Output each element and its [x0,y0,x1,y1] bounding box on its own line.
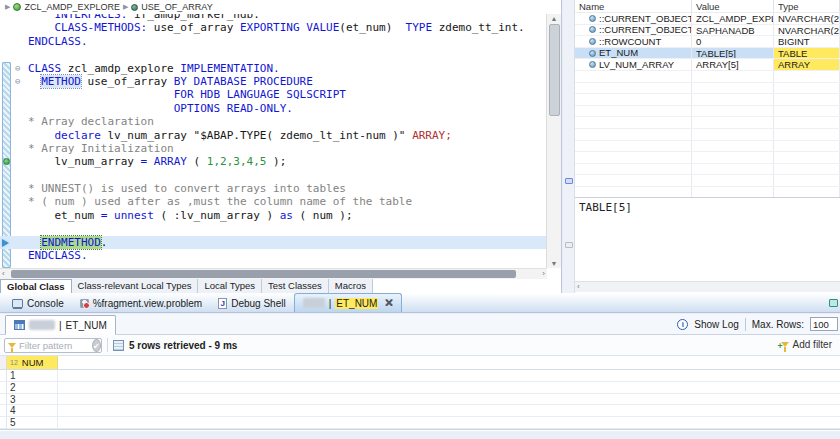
line-gutter[interactable] [0,48,28,61]
variables-horizontal-scrollbar[interactable]: ‹ [575,281,840,292]
column-header-value[interactable]: Value [692,0,774,12]
editor-tab-class-relevant-local-types[interactable]: Class-relevant Local Types [72,279,199,293]
column-header-type[interactable]: Type [774,0,840,12]
line-gutter[interactable] [0,169,28,182]
code-line: ENDCLASS. [0,35,547,48]
editor-tab-test-classes[interactable]: Test Classes [262,279,329,293]
line-gutter[interactable] [0,102,28,115]
code-editor[interactable]: INTERFACES: if_amdp_marker_hdb. CLASS-ME… [0,14,547,268]
result-row[interactable]: 1 [0,370,840,382]
add-filter-icon [781,342,789,347]
variable-row[interactable]: LV_NUM_ARRAYARRAY[5]ARRAY [575,59,840,71]
line-gutter[interactable] [0,155,28,168]
data-preview-toolbar: ✔ 5 rows retrieved - 9 ms Add filter [0,335,840,356]
editor-tab-macros[interactable]: Macros [329,279,373,293]
restore-icon[interactable] [829,299,838,307]
line-gutter[interactable]: ⊖ [0,75,28,88]
breadcrumb-class[interactable]: ZCL_AMDP_EXPLORE [24,2,120,12]
chevron-right-icon[interactable]: ▶ [5,3,10,11]
tab-data-preview-active[interactable]: | ET_NUM 🗙 [294,293,403,312]
scroll-left-icon[interactable]: ‹ [2,269,5,279]
tab-label: Console [27,298,64,309]
editor-horizontal-scrollbar[interactable]: ‹ › [0,268,547,279]
line-gutter[interactable] [0,21,28,34]
variable-row[interactable]: ::ROWCOUNT0BIGINT [575,36,840,48]
tab--fragment-view-problem[interactable]: %fragment.view.problem [72,294,211,312]
max-rows-input[interactable] [810,317,838,331]
result-row[interactable]: 2 [0,382,840,394]
empty-row [575,117,840,129]
add-filter-button[interactable]: Add filter [781,339,832,350]
row-gutter-header [0,356,7,369]
editor-vertical-scrollbar[interactable]: ▲ ▼ [546,14,561,268]
tab-debug-shell[interactable]: JDebug Shell [210,294,293,312]
code-line: * UNNEST() is used to convert arrays int… [0,182,547,195]
variable-row[interactable]: ::CURRENT_OBJECT_SCHEMASAPHANADBNVARCHAR… [575,25,840,37]
code-line: FOR HDB LANGUAGE SQLSCRIPT [0,88,547,101]
code-line [0,222,547,235]
scrollbar-thumb[interactable] [11,270,516,278]
result-tab[interactable]: | ET_NUM [5,315,116,335]
empty-row [575,187,840,197]
line-gutter[interactable] [0,14,28,21]
num-cell[interactable]: 1 [7,370,58,381]
scrollbar-thumb[interactable] [549,24,560,116]
fold-icon[interactable]: ⊖ [15,63,20,74]
data-preview-tabrow: | ET_NUM i Show Log Max. Rows: [0,314,840,335]
variable-row[interactable]: ET_NUMTABLE[5]TABLE [575,48,840,60]
empty-row [575,71,840,83]
line-gutter[interactable] [0,129,28,142]
result-row[interactable]: 3 [0,394,840,406]
column-header-name[interactable]: Name [575,0,692,12]
filter-pattern-box[interactable]: ✔ [4,338,102,353]
show-log-button[interactable]: Show Log [694,319,738,330]
num-cell[interactable]: 5 [7,417,58,428]
scroll-right-icon[interactable]: › [542,269,545,279]
variable-row[interactable]: ::CURRENT_OBJECT_NAMEZCL_AMDP_EXPLORE...… [575,13,840,25]
code-lines: INTERFACES: if_amdp_marker_hdb. CLASS-ME… [0,14,547,262]
scroll-down-icon[interactable]: ▼ [547,260,561,267]
line-gutter[interactable] [0,195,28,208]
close-icon[interactable]: 🗙 [384,298,393,308]
line-gutter[interactable] [0,236,28,249]
line-gutter[interactable] [0,88,28,101]
variable-icon [589,15,596,22]
line-gutter[interactable] [0,222,28,235]
filter-pattern-input[interactable] [19,340,89,351]
code-text: lv_num_array = ARRAY ( 1,2,3,4,5 ); [28,155,286,168]
result-row[interactable]: 5 [0,417,840,429]
breadcrumb: ▶ ZCL_AMDP_EXPLORE ▶ USE_OF_ARRAY [0,0,561,14]
editor-bottom-tabs: Global ClassClass-relevant Local TypesLo… [0,279,373,293]
num-cell[interactable]: 3 [7,394,58,405]
apply-filter-icon[interactable]: ✔ [92,339,101,352]
num-cell[interactable]: 4 [7,405,58,416]
editor-tab-local-types[interactable]: Local Types [198,279,262,293]
chevron-right-icon[interactable]: ▶ [123,3,128,11]
num-cell[interactable]: 2 [7,382,58,393]
scroll-left-icon[interactable]: ‹ [577,282,580,292]
editor-tab-global-class[interactable]: Global Class [0,279,72,293]
tab-console[interactable]: Console [4,294,72,312]
minimized-view-icon[interactable] [565,178,573,184]
breadcrumb-method[interactable]: USE_OF_ARRAY [141,2,212,12]
data-preview-controls: i Show Log Max. Rows: [677,317,838,331]
line-gutter[interactable] [0,182,28,195]
code-text: INTERFACES: if_amdp_marker_hdb. [28,14,260,21]
fold-icon[interactable]: ⊖ [15,76,20,87]
minimized-view-icon[interactable] [565,242,573,248]
code-line: * Array declaration [0,115,547,128]
line-gutter[interactable] [0,249,28,262]
scroll-up-icon[interactable]: ▲ [547,15,561,22]
row-gutter [0,417,7,428]
empty-row [575,129,840,141]
breakpoint-icon[interactable] [3,158,10,165]
line-gutter[interactable] [0,142,28,155]
redacted-label [303,298,325,308]
line-gutter[interactable] [0,209,28,222]
line-gutter[interactable] [0,115,28,128]
line-gutter[interactable]: ⊖ [0,62,28,75]
column-header-num[interactable]: 12 NUM [7,356,58,369]
result-row[interactable]: 4 [0,405,840,417]
line-gutter[interactable] [0,35,28,48]
code-line: ENDCLASS. [0,249,547,262]
